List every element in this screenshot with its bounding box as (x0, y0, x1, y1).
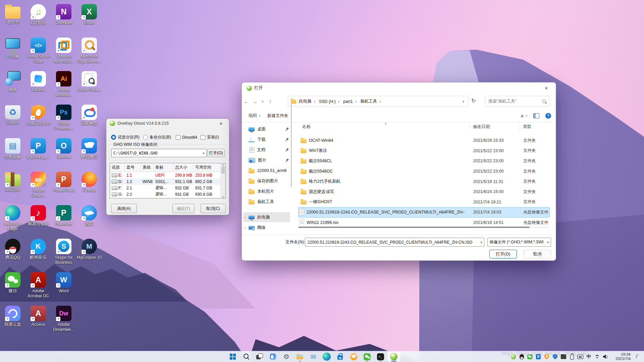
up-button[interactable]: ↑ (266, 99, 275, 104)
desktop-icon[interactable]: 谭智华 (0, 4, 25, 38)
desktop-icon[interactable]: Adobe Photosh... (51, 105, 76, 138)
desktop-icon[interactable]: Visual Studio Code (25, 38, 51, 71)
help-icon[interactable]: ? (545, 113, 551, 119)
restore-partition-radio[interactable] (111, 135, 116, 140)
desktop-icon[interactable]: Access (25, 306, 51, 339)
desktop-icon[interactable]: Adobe Acrobat DC (25, 272, 51, 306)
filename-combobox[interactable]: 22000.51.210619-2243.CO_RELEASE_SVC_PROD… (305, 238, 484, 247)
refresh-icon[interactable]: ↻ (471, 98, 476, 104)
desktop-icon[interactable]: phpstudy_... (25, 138, 51, 172)
ghost64-checkbox[interactable] (176, 135, 180, 140)
desktop-icon[interactable]: Adobe Illustrat... (51, 71, 76, 105)
desktop-icon[interactable]: Adobe Dreamwe... (51, 306, 76, 339)
desktop-icon[interactable]: PowerPoint (51, 172, 76, 205)
col-system[interactable]: 系统 (141, 163, 154, 172)
desktop-icon[interactable]: 网络 (0, 71, 25, 105)
start-button[interactable] (226, 351, 239, 362)
desktop-icon[interactable]: Skype for Business (51, 239, 76, 272)
desktop-icon[interactable]: 回收站 (0, 105, 25, 138)
戴尔5548OC[interactable]: 戴尔5548OC 2021/5/22 23:00 文件夹 (298, 166, 550, 177)
address-dropdown-chevron[interactable]: ∨ (462, 100, 466, 103)
partition-row[interactable]: D: 1:2 WIN8 SSD(... 931.1 GB 892.2 GB (110, 178, 225, 185)
sidebar-item[interactable]: › 22000.51_arm64 (243, 166, 290, 176)
desktop-icon[interactable]: 火绒安全软件 (25, 105, 51, 138)
organize-menu[interactable]: 组织 ▾ (249, 113, 261, 119)
sidebar-item[interactable]: › 此电脑 (243, 212, 290, 222)
forward-button[interactable]: → (251, 99, 259, 104)
格力2代手机刷机[interactable]: 格力2代手机刷机 2021/5/16 11:31 文件夹 (298, 176, 550, 187)
cancel-button[interactable]: 取消(C) (200, 204, 226, 213)
breadcrumb-item[interactable]: 装机工具 (360, 98, 384, 105)
open-button[interactable]: 打开(O) (489, 250, 517, 258)
col-restore[interactable]: 还原 (110, 163, 125, 172)
backup-partition-radio[interactable] (143, 135, 148, 140)
search-input[interactable]: 搜索"装机工具" (485, 96, 550, 107)
desktop-icon[interactable]: Adobe Creati... (25, 172, 51, 205)
desktop-icon[interactable]: Microsoft Edge (0, 205, 25, 239)
preview-pane-icon[interactable] (533, 113, 539, 118)
desktop-icon[interactable]: Cisco Pack... (76, 71, 102, 105)
back-button[interactable]: ← (242, 99, 251, 104)
col-volume[interactable]: 卷标 (154, 163, 173, 172)
task-view-button[interactable] (253, 351, 266, 362)
search-button[interactable] (239, 351, 253, 362)
microsoft-store-button[interactable] (333, 351, 347, 362)
file-explorer-button[interactable] (293, 351, 307, 362)
breadcrumb-item[interactable]: 此电脑 (298, 98, 318, 105)
close-icon[interactable]: × (216, 121, 226, 126)
desktop-icon[interactable]: 腾讯微云 (76, 138, 102, 172)
recent-locations-chevron[interactable]: ∨ (259, 100, 266, 103)
install-checkbox[interactable] (201, 135, 205, 140)
desktop-icon[interactable]: 微信 (0, 272, 25, 306)
sidebar-item[interactable]: › 本机照片 (243, 186, 290, 196)
terminal-button[interactable] (374, 351, 387, 362)
戴尔5548CL[interactable]: 戴尔5548CL 2021/5/22 23:00 文件夹 (298, 156, 550, 166)
cancel-button[interactable]: 取消 (524, 250, 551, 258)
partition-row[interactable]: G: 2:2 逻辑... 931 GB 930.8 GB (110, 191, 225, 197)
chevron-down-icon[interactable]: ∨ (201, 151, 206, 155)
desktop-icon[interactable]: VMware Workstati... (51, 38, 76, 71)
onekey-ghost-button[interactable] (387, 351, 400, 362)
partition-row[interactable]: F: 2:1 逻辑... 932 GB 931.7 GB (110, 185, 225, 191)
chevron-down-icon[interactable]: ∨ (545, 240, 551, 244)
clock[interactable]: 19:34 2021/7/4 (615, 352, 631, 361)
一键GHOST[interactable]: 一键GHOST 2021/7/4 19:21 文件夹 (298, 197, 550, 207)
desktop-icon[interactable]: OneNote (51, 4, 76, 38)
desktop-icon[interactable]: Publisher (51, 205, 76, 239)
sidebar-item[interactable]: › 保存的图片 (243, 176, 290, 186)
ok-button[interactable]: 确定(Y) (172, 204, 195, 213)
desktop-icon[interactable]: 控制面板 (0, 138, 25, 172)
desktop-icon[interactable]: 腾讯QQ (0, 239, 25, 272)
desktop-icon[interactable]: 酷狗音乐 (25, 239, 51, 272)
sidebar-scrollbar[interactable] (291, 99, 292, 187)
desktop-icon[interactable]: Firefox (76, 172, 102, 205)
column-date-modified[interactable]: 修改日期 (473, 124, 490, 130)
desktop-icon[interactable]: 迅雷 (76, 205, 102, 239)
desktop-icon[interactable]: 阿里云盘 (0, 306, 25, 339)
固态硬盘读写[interactable]: 固态硬盘读写 2021/6/24 15:00 文件夹 (298, 187, 550, 197)
browse-open-button[interactable]: 打开(O) (207, 149, 225, 157)
mail-button[interactable] (307, 351, 320, 362)
desktop-icon[interactable]: QQ音乐 (25, 4, 51, 38)
partition-table-header[interactable]: 还原 盘号 系统 卷标 总大小 可用空间 (110, 163, 225, 172)
col-total-size[interactable]: 总大小 (173, 163, 194, 172)
wifi-icon[interactable] (594, 354, 600, 360)
open-dialog-titlebar[interactable]: 打开 × (242, 82, 556, 94)
column-name[interactable]: 名称 (302, 124, 311, 130)
desktop-icon[interactable]: Microsoft SQL Serve... (76, 38, 102, 71)
desktop-icon[interactable]: 百度网盘 (76, 105, 102, 138)
chevron-right-icon[interactable]: › (245, 216, 249, 219)
new-folder-button[interactable]: 新建文件夹 (267, 113, 288, 119)
onekey-ghost-titlebar[interactable]: OneKey Ghost V14.5.8.215 × (106, 119, 229, 128)
close-icon[interactable]: × (542, 85, 551, 91)
breadcrumb-item[interactable]: SSD (H:) (318, 98, 342, 105)
chevron-down-icon[interactable]: ∨ (479, 240, 484, 244)
moon-icon[interactable]: ☾ (634, 353, 641, 360)
settings-button[interactable] (280, 351, 293, 362)
desktop-icon[interactable]: Excel (76, 4, 102, 38)
WIN11 21996.iso[interactable]: WIN11 21996.iso 2021/6/16 14:51 光盘映像文件 (298, 218, 550, 225)
horizontal-scrollbar[interactable] (298, 227, 550, 228)
edge-button[interactable] (320, 351, 333, 362)
address-bar[interactable]: 此电脑SSD (H:)part1装机工具 ∨ (288, 96, 468, 107)
col-disk-num[interactable]: 盘号 (125, 163, 141, 172)
